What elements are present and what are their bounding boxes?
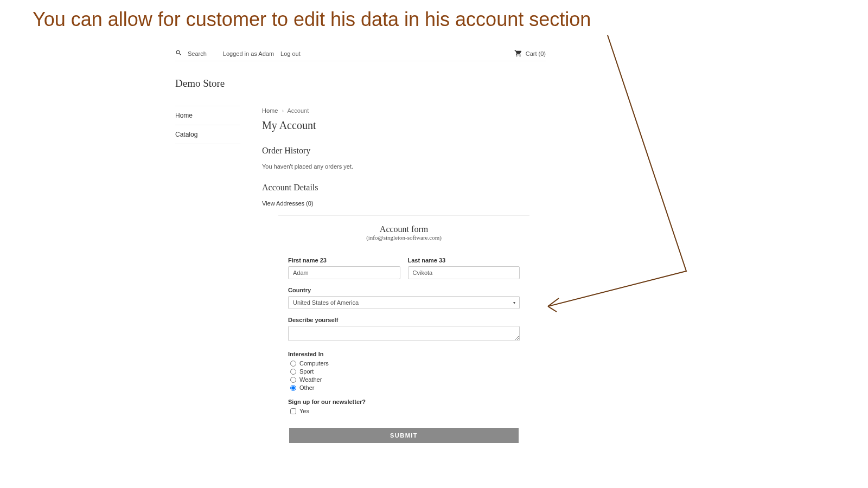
interested-label: Interested In <box>288 351 520 357</box>
form-divider <box>278 215 529 216</box>
account-details-heading: Account Details <box>262 183 546 192</box>
form-title: Account form <box>278 224 529 234</box>
interest-option-other[interactable]: Other <box>290 384 520 391</box>
store-title[interactable]: Demo Store <box>175 78 240 89</box>
newsletter-label: Sign up for our newsletter? <box>288 399 520 405</box>
interest-radio-computers[interactable] <box>290 361 296 367</box>
store-page: Search Logged in as Adam Log out Cart (0… <box>175 46 546 443</box>
search-icon <box>175 49 182 57</box>
newsletter-option-label: Yes <box>299 408 309 414</box>
breadcrumb: Home › Account <box>262 107 546 114</box>
search-link[interactable]: Search <box>175 49 207 57</box>
submit-button[interactable]: SUBMIT <box>289 428 519 443</box>
interest-label: Other <box>299 384 315 391</box>
country-select[interactable]: United States of America <box>288 296 520 309</box>
describe-label: Describe yourself <box>288 317 520 323</box>
sidebar-item-home[interactable]: Home <box>175 106 240 125</box>
interest-option-sport[interactable]: Sport <box>290 368 520 375</box>
sidebar: Demo Store Home Catalog <box>175 78 240 443</box>
sidebar-nav: Home Catalog <box>175 106 240 144</box>
breadcrumb-current: Account <box>288 107 309 114</box>
main-content: Home › Account My Account Order History … <box>262 78 546 443</box>
form-subtitle: (info@singleton-software.com) <box>278 234 529 241</box>
page-title: My Account <box>262 119 546 132</box>
first-name-input[interactable] <box>288 266 400 279</box>
newsletter-checkbox[interactable] <box>290 408 296 414</box>
logout-link[interactable]: Log out <box>280 50 301 57</box>
interest-radio-other[interactable] <box>290 385 296 391</box>
order-history-heading: Order History <box>262 146 546 156</box>
annotation-arrow <box>537 33 700 320</box>
cart-icon <box>514 49 522 57</box>
interest-label: Weather <box>299 376 322 383</box>
last-name-label: Last name 33 <box>408 257 520 264</box>
last-name-input[interactable] <box>408 266 520 279</box>
interest-label: Computers <box>299 360 329 367</box>
interest-radio-weather[interactable] <box>290 377 296 383</box>
breadcrumb-separator: › <box>282 107 284 114</box>
account-form: Account form (info@singleton-software.co… <box>278 224 529 443</box>
interest-option-computers[interactable]: Computers <box>290 360 520 367</box>
breadcrumb-home-link[interactable]: Home <box>262 107 278 114</box>
view-addresses-link[interactable]: View Addresses (0) <box>262 200 546 207</box>
country-label: Country <box>288 287 520 293</box>
order-history-empty-text: You haven't placed any orders yet. <box>262 163 546 170</box>
cart-link[interactable]: Cart (0) <box>514 49 546 57</box>
logged-in-text: Logged in as Adam <box>223 50 274 57</box>
cart-label: Cart (0) <box>526 50 546 57</box>
annotation-heading: You can allow for customer to edit his d… <box>33 8 835 31</box>
first-name-label: First name 23 <box>288 257 400 264</box>
interest-radio-sport[interactable] <box>290 369 296 375</box>
top-bar: Search Logged in as Adam Log out Cart (0… <box>175 46 546 61</box>
search-label: Search <box>188 50 207 57</box>
sidebar-item-catalog[interactable]: Catalog <box>175 125 240 144</box>
newsletter-option-yes[interactable]: Yes <box>290 408 520 414</box>
interest-option-weather[interactable]: Weather <box>290 376 520 383</box>
interest-label: Sport <box>299 368 314 375</box>
describe-textarea[interactable] <box>288 326 520 341</box>
interested-radio-group: Computers Sport Weather <box>290 360 520 391</box>
